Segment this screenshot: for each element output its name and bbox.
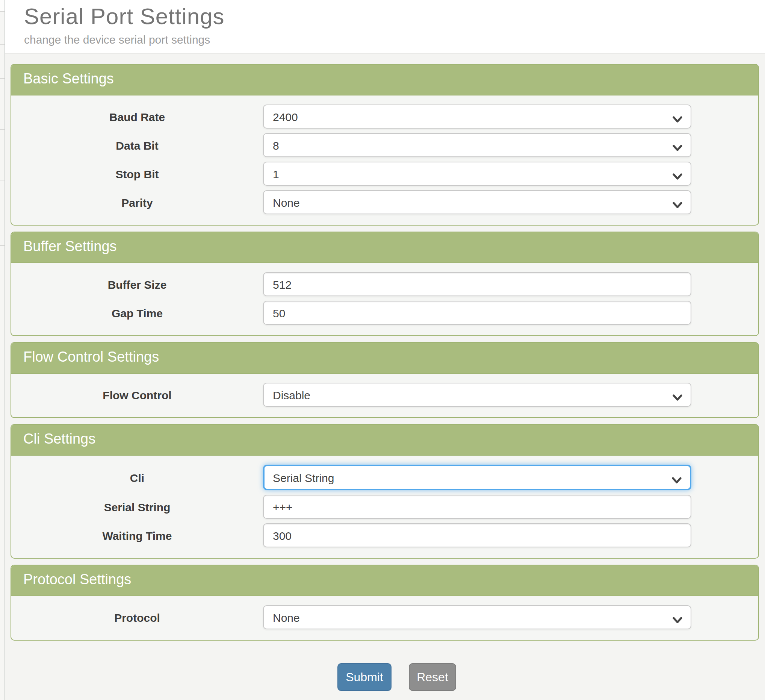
chevron-down-icon (672, 613, 682, 621)
reset-button[interactable]: Reset (409, 663, 456, 691)
gap-time-row: Gap Time (11, 301, 758, 325)
sidebar-edge-top (0, 0, 5, 11)
baud-rate-row: Baud Rate 2400 (11, 104, 758, 129)
buffer-size-row: Buffer Size (11, 272, 758, 296)
parity-select[interactable]: None (263, 190, 691, 214)
panel-flow-control-settings-heading: Flow Control Settings (11, 343, 758, 374)
data-bit-value: 8 (273, 139, 279, 151)
data-bit-select[interactable]: 8 (263, 133, 691, 157)
waiting-time-input[interactable] (263, 523, 691, 547)
stop-bit-row: Stop Bit 1 (11, 162, 758, 186)
panel-protocol-settings-heading: Protocol Settings (11, 565, 758, 596)
panel-protocol-settings: Protocol Settings Protocol None (11, 564, 759, 641)
page-title: Serial Port Settings (24, 2, 765, 31)
chevron-down-icon (672, 474, 682, 481)
baud-rate-label: Baud Rate (11, 110, 263, 123)
baud-rate-value: 2400 (273, 110, 298, 123)
parity-value: None (273, 196, 300, 209)
panel-buffer-settings: Buffer Settings Buffer Size Gap Time (11, 232, 759, 336)
waiting-time-row: Waiting Time (11, 523, 758, 547)
cli-value: Serial String (273, 471, 334, 484)
panel-buffer-settings-heading: Buffer Settings (11, 232, 758, 263)
stop-bit-value: 1 (273, 167, 279, 180)
panel-basic-settings: Basic Settings Baud Rate 2400 (11, 64, 759, 225)
chevron-down-icon (672, 391, 682, 399)
cli-label: Cli (11, 471, 263, 484)
waiting-time-label: Waiting Time (11, 529, 263, 542)
serial-string-row: Serial String (11, 495, 758, 519)
panel-cli-settings: Cli Settings Cli Serial String (11, 424, 759, 559)
sidebar-divider (0, 129, 5, 130)
protocol-value: None (273, 611, 300, 624)
page-subtitle: change the device serial port settings (24, 33, 765, 46)
cli-row: Cli Serial String (11, 465, 758, 490)
stop-bit-label: Stop Bit (11, 167, 263, 180)
stop-bit-select[interactable]: 1 (263, 162, 691, 186)
protocol-row: Protocol None (11, 605, 758, 629)
flow-control-label: Flow Control (11, 388, 263, 401)
sidebar-divider (0, 180, 5, 180)
cli-select[interactable]: Serial String (263, 465, 691, 490)
flow-control-row: Flow Control Disable (11, 383, 758, 407)
sidebar-divider (0, 245, 5, 246)
serial-string-label: Serial String (11, 500, 263, 513)
data-bit-label: Data Bit (11, 139, 263, 151)
flow-control-select[interactable]: Disable (263, 383, 691, 407)
gap-time-label: Gap Time (11, 306, 263, 319)
chevron-down-icon (672, 141, 682, 149)
chevron-down-icon (672, 113, 682, 120)
serial-port-settings-page: Serial Port Settings change the device s… (0, 0, 765, 700)
sidebar-divider (0, 11, 5, 12)
data-bit-row: Data Bit 8 (11, 133, 758, 157)
sidebar-divider (0, 78, 5, 79)
panel-flow-control-settings: Flow Control Settings Flow Control Disab… (11, 342, 759, 418)
buffer-size-label: Buffer Size (11, 278, 263, 291)
parity-label: Parity (11, 196, 263, 209)
sidebar-edge-sliver (0, 0, 5, 700)
flow-control-value: Disable (273, 388, 310, 401)
panel-basic-settings-heading: Basic Settings (11, 65, 758, 96)
gap-time-input[interactable] (263, 301, 691, 325)
protocol-label: Protocol (11, 611, 263, 624)
submit-button[interactable]: Submit (337, 663, 392, 691)
protocol-select[interactable]: None (263, 605, 691, 629)
chevron-down-icon (672, 199, 682, 206)
buffer-size-input[interactable] (263, 272, 691, 296)
panel-cli-settings-heading: Cli Settings (11, 425, 758, 456)
chevron-down-icon (672, 170, 682, 177)
page-header: Serial Port Settings change the device s… (5, 0, 765, 54)
parity-row: Parity None (11, 190, 758, 214)
form-actions: Submit Reset (337, 663, 759, 691)
serial-string-input[interactable] (263, 495, 691, 519)
sidebar-divider (0, 44, 5, 45)
baud-rate-select[interactable]: 2400 (263, 104, 691, 129)
